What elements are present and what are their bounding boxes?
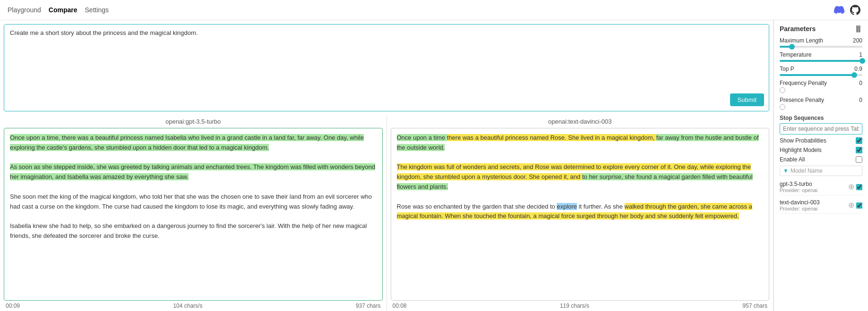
model-add-btn-0[interactable]: ⊕ — [848, 183, 854, 191]
highlight-models-checkbox[interactable] — [856, 147, 862, 153]
model-add-btn-1[interactable]: ⊕ — [848, 202, 854, 209]
presence-penalty-radio[interactable] — [780, 104, 785, 110]
prompt-area: Create me a short story about the prince… — [4, 24, 769, 111]
top-p-label: Top P 0.9 — [780, 66, 862, 72]
presence-penalty-value: 0 — [859, 97, 862, 103]
freq-penalty-value: 0 — [859, 80, 862, 86]
temperature-label: Temperature 1 — [780, 51, 862, 58]
nav-icons — [834, 5, 860, 15]
model-provider-1: Provider: openai — [780, 206, 820, 211]
max-length-label: Maximum Length 200 — [780, 37, 862, 44]
hl-text: Once upon a time, there was a beautiful … — [10, 134, 364, 151]
show-probs-label: Show Probabilities — [780, 137, 826, 144]
enable-all-label: Enable All — [780, 156, 805, 163]
output-col-left: openai:gpt-3.5-turbo Once upon a time, t… — [0, 115, 387, 311]
output-footer-right: 00:08 119 chars/s 957 chars — [387, 301, 773, 311]
hl-text: there was a beautiful princess named Ros… — [447, 134, 656, 141]
model-info-1: text-davinci-003 Provider: openai — [780, 199, 820, 211]
top-p-slider-fill — [780, 74, 854, 76]
output-model-left: openai:gpt-3.5-turbo — [0, 115, 387, 128]
output-col-right: openai:text-davinci-003 Once upon a time… — [387, 115, 773, 311]
top-p-slider-track[interactable] — [780, 74, 862, 76]
nav-bar: Playground Compare Settings — [0, 0, 868, 20]
model-check-1[interactable] — [856, 202, 862, 209]
show-probs-checkbox[interactable] — [856, 137, 862, 144]
nav-playground[interactable]: Playground — [8, 6, 41, 14]
hl-text: empowered. — [705, 212, 739, 219]
temperature-value: 1 — [859, 51, 862, 58]
output-footer-left: 00:09 104 chars/s 937 chars — [0, 301, 387, 311]
output-text-left: Once upon a time, there was a beautiful … — [4, 128, 383, 301]
right-panel: Parameters ▐▌ Maximum Length 200 Tempera… — [773, 20, 868, 311]
output-chars-right: 957 chars — [742, 303, 767, 309]
submit-button[interactable]: Submit — [730, 93, 764, 106]
model-row-1: text-davinci-003 Provider: openai ⊕ — [780, 197, 862, 214]
model-info-0: gpt-3.5-turbo Provider: openai — [780, 181, 817, 193]
freq-penalty-radio[interactable] — [780, 87, 785, 93]
output-speed-right: 119 chars/s — [560, 303, 589, 309]
output-speed-left: 104 chars/s — [173, 303, 202, 309]
temperature-slider-track[interactable] — [780, 60, 862, 62]
model-provider-0: Provider: openai — [780, 187, 817, 193]
presence-penalty-label: Presence Penalty 0 — [780, 97, 862, 103]
enable-all-row: Enable All — [780, 156, 862, 163]
model-row-0: gpt-3.5-turbo Provider: openai ⊕ — [780, 179, 862, 195]
discord-icon[interactable] — [834, 5, 844, 15]
hl-text: As soon as she stepped inside, she was g… — [10, 163, 375, 180]
model-actions-0: ⊕ — [848, 183, 862, 191]
main-layout: Create me a short story about the prince… — [0, 20, 868, 311]
show-probs-row: Show Probabilities — [780, 137, 862, 144]
output-time-right: 00:08 — [393, 303, 407, 309]
model-check-0[interactable] — [856, 184, 862, 190]
highlight-models-label: Highlight Models — [780, 147, 822, 153]
max-length-slider-track[interactable] — [780, 46, 862, 48]
temperature-slider-thumb — [859, 58, 865, 64]
output-model-right: openai:text-davinci-003 — [387, 115, 773, 128]
stop-seq-label: Stop Sequences — [780, 115, 862, 121]
left-panel: Create me a short story about the prince… — [0, 20, 773, 311]
output-time-left: 00:09 — [6, 303, 20, 309]
max-length-value: 200 — [853, 37, 862, 44]
model-name-0: gpt-3.5-turbo — [780, 181, 817, 187]
top-p-value: 0.9 — [854, 66, 862, 72]
hl-text: Once upon a time — [397, 134, 447, 141]
filter-icon: ▼ — [783, 168, 789, 174]
model-filter-placeholder: Model Name — [791, 168, 823, 174]
params-title-label: Parameters — [780, 25, 816, 33]
max-length-slider-thumb — [789, 44, 795, 50]
panel-title: Parameters ▐▌ — [780, 25, 862, 33]
prompt-input[interactable]: Create me a short story about the prince… — [4, 25, 769, 109]
hl-text: explore — [557, 203, 577, 210]
panel-icon: ▐▌ — [854, 25, 862, 32]
highlight-models-row: Highlight Models — [780, 147, 862, 153]
outputs-container: openai:gpt-3.5-turbo Once upon a time, t… — [0, 115, 773, 311]
stop-seq-input[interactable] — [780, 123, 862, 134]
nav-settings[interactable]: Settings — [85, 6, 109, 14]
model-actions-1: ⊕ — [848, 202, 862, 209]
output-text-right: Once upon a time there was a beautiful p… — [391, 128, 770, 301]
top-p-slider-thumb — [851, 72, 857, 78]
enable-all-checkbox[interactable] — [856, 156, 862, 163]
temperature-slider-fill — [780, 60, 862, 62]
nav-compare[interactable]: Compare — [49, 6, 77, 14]
output-chars-left: 937 chars — [356, 303, 381, 309]
freq-penalty-label: Frequency Penalty 0 — [780, 80, 862, 86]
model-filter: ▼ Model Name — [780, 166, 862, 176]
github-icon[interactable] — [850, 5, 860, 15]
model-name-1: text-davinci-003 — [780, 199, 820, 206]
